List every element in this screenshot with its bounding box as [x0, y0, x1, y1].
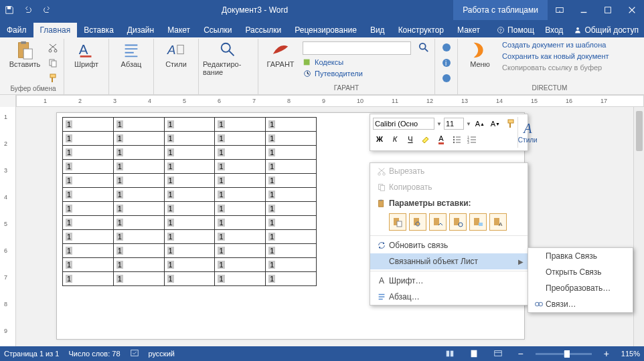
format-painter-mini-icon[interactable]	[504, 117, 517, 130]
underline-button[interactable]: Ч	[404, 132, 417, 146]
table-cell[interactable]: 1	[164, 188, 215, 202]
garant-button[interactable]: ГАРАНТ	[262, 40, 299, 68]
view-print-icon[interactable]	[467, 348, 481, 360]
table-cell[interactable]: 1	[266, 174, 317, 188]
paragraph-dropdown[interactable]: Абзац	[113, 40, 149, 68]
tab-review[interactable]: Рецензирование	[288, 23, 364, 37]
garant-guides-link[interactable]: Путеводители	[301, 68, 414, 79]
table-cell[interactable]: 1	[215, 132, 266, 146]
table-cell[interactable]: 1	[215, 118, 266, 132]
bold-button[interactable]: Ж	[373, 132, 386, 146]
tab-table-design[interactable]: Конструктор	[392, 23, 451, 37]
table-cell[interactable]: 1	[266, 258, 317, 272]
table-cell[interactable]: 1	[113, 216, 164, 230]
tab-layout[interactable]: Макет	[161, 23, 197, 37]
table-cell[interactable]: 1	[215, 202, 266, 216]
maximize-icon[interactable]	[596, 0, 620, 20]
save-icon[interactable]	[0, 0, 19, 20]
table-cell[interactable]: 1	[164, 258, 215, 272]
mini-font-input[interactable]	[373, 118, 434, 130]
table-cell[interactable]: 1	[266, 272, 317, 286]
ctx-update-link[interactable]: Обновить связь	[370, 237, 528, 253]
table-cell[interactable]: 1	[215, 188, 266, 202]
table-cell[interactable]: 1	[63, 230, 114, 244]
garant-world-icon[interactable]	[439, 40, 453, 54]
ctx-font[interactable]: A Шрифт…	[370, 273, 528, 289]
table-cell[interactable]: 1	[266, 118, 317, 132]
table-cell[interactable]: 1	[164, 202, 215, 216]
status-words[interactable]: Число слов: 78	[68, 350, 120, 358]
tab-mailings[interactable]: Рассылки	[238, 23, 288, 37]
status-proof-icon[interactable]	[130, 348, 139, 359]
bullets-icon[interactable]	[450, 132, 463, 146]
table-cell[interactable]: 1	[113, 230, 164, 244]
undo-icon[interactable]	[19, 0, 37, 20]
increase-font-icon[interactable]: A▲	[473, 117, 487, 130]
help-button[interactable]: ?Помощ	[491, 23, 540, 37]
table-cell[interactable]: 1	[113, 132, 164, 146]
format-painter-icon[interactable]	[46, 71, 60, 85]
table-cell[interactable]: 1	[63, 132, 114, 146]
ribbon-options-icon[interactable]	[548, 0, 572, 20]
paste-option-2[interactable]	[409, 213, 426, 231]
garant-codex-link[interactable]: Кодексы	[301, 57, 414, 68]
numbering-icon[interactable]: 123	[465, 132, 479, 146]
table-cell[interactable]: 1	[215, 174, 266, 188]
table-cell[interactable]: 1	[266, 230, 317, 244]
paste-option-5[interactable]	[469, 213, 487, 231]
table-cell[interactable]: 1	[266, 160, 317, 174]
table-cell[interactable]: 1	[266, 244, 317, 258]
table-cell[interactable]: 1	[113, 174, 164, 188]
view-web-icon[interactable]	[491, 348, 505, 360]
paste-option-4[interactable]	[449, 213, 467, 231]
ctx-linked-object[interactable]: Связанный объект Лист ▶	[370, 253, 528, 269]
garant-info-icon[interactable]: i	[439, 55, 453, 70]
garant-link-icon[interactable]	[439, 71, 453, 85]
table-cell[interactable]: 1	[113, 118, 164, 132]
directum-menu-button[interactable]: Меню	[462, 40, 498, 68]
styles-dropdown[interactable]: A Стили	[158, 40, 194, 68]
garant-zoom-icon[interactable]	[416, 40, 430, 54]
table-cell[interactable]: 1	[63, 202, 114, 216]
table-cell[interactable]: 1	[215, 216, 266, 230]
sub-convert[interactable]: Преобразовать…	[528, 280, 633, 296]
table-cell[interactable]: 1	[63, 118, 114, 132]
status-page[interactable]: Страница 1 из 1	[4, 350, 59, 358]
sub-edit-link[interactable]: Правка Связь	[528, 248, 633, 264]
paste-option-6[interactable]: A	[489, 213, 507, 231]
table-cell[interactable]: 1	[63, 160, 114, 174]
tab-references[interactable]: Ссылки	[197, 23, 238, 37]
paste-button[interactable]: Вставить	[7, 40, 43, 68]
table-cell[interactable]: 1	[63, 174, 114, 188]
table-cell[interactable]: 1	[63, 272, 114, 286]
table-cell[interactable]: 1	[215, 160, 266, 174]
zoom-out-icon[interactable]: −	[515, 348, 526, 359]
paste-option-3[interactable]	[429, 213, 447, 231]
font-color-icon[interactable]: A	[434, 132, 448, 146]
table-cell[interactable]: 1	[164, 160, 215, 174]
ctx-paragraph[interactable]: Абзац…	[370, 289, 528, 305]
status-language[interactable]: русский	[149, 350, 175, 358]
table-cell[interactable]: 1	[215, 146, 266, 160]
editing-dropdown[interactable]: Редактиро­вание	[203, 40, 254, 76]
table-cell[interactable]: 1	[164, 272, 215, 286]
table-cell[interactable]: 1	[113, 272, 164, 286]
signin-button[interactable]: Вход	[540, 23, 568, 37]
tab-home[interactable]: Главная	[33, 23, 78, 37]
table-cell[interactable]: 1	[63, 146, 114, 160]
tab-design[interactable]: Дизайн	[120, 23, 161, 37]
garant-search-input[interactable]	[303, 41, 411, 55]
table-cell[interactable]: 1	[164, 244, 215, 258]
table-cell[interactable]: 1	[215, 230, 266, 244]
view-read-icon[interactable]	[442, 348, 457, 360]
table-cell[interactable]: 1	[266, 216, 317, 230]
table-cell[interactable]: 1	[113, 146, 164, 160]
table-cell[interactable]: 1	[63, 188, 114, 202]
table-cell[interactable]: 1	[164, 174, 215, 188]
share-button[interactable]: Общий доступ	[568, 23, 644, 37]
close-icon[interactable]	[620, 0, 644, 20]
table-cell[interactable]: 1	[113, 258, 164, 272]
zoom-level[interactable]: 115%	[621, 350, 640, 358]
table-cell[interactable]: 1	[63, 244, 114, 258]
zoom-in-icon[interactable]: +	[601, 348, 612, 359]
